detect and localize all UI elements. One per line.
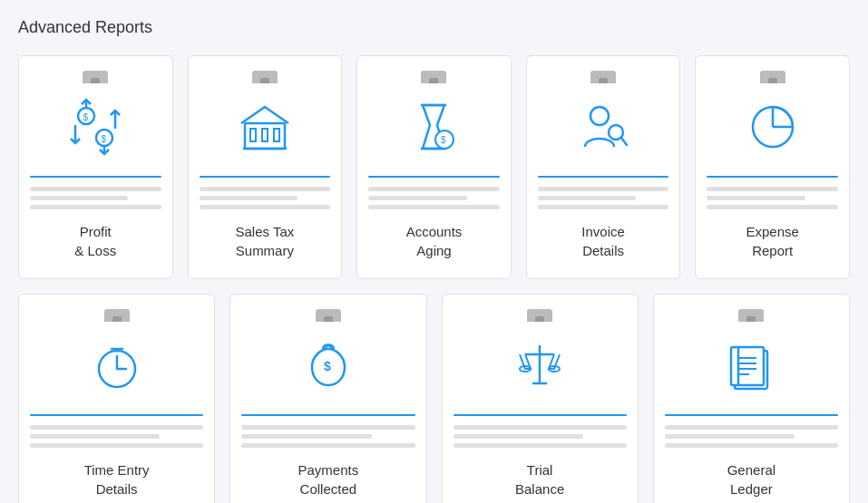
card-invoice-details[interactable]: Invoice Details <box>526 55 681 279</box>
general-ledger-icon <box>715 329 787 401</box>
clip-decoration <box>421 71 446 83</box>
profit-loss-icon: $ $ <box>59 91 132 163</box>
payments-icon: $ <box>292 329 365 401</box>
accounts-aging-icon: $ <box>397 91 470 163</box>
svg-text:$: $ <box>441 135 446 145</box>
sales-tax-icon <box>229 91 301 163</box>
card-general-ledger[interactable]: General Ledger <box>653 294 850 503</box>
divider <box>30 176 161 178</box>
content-lines <box>200 187 331 209</box>
divider <box>665 414 838 416</box>
clip-decoration <box>252 71 278 83</box>
clip-decoration <box>590 71 616 83</box>
svg-text:$: $ <box>102 134 107 144</box>
clip-decoration <box>738 309 764 322</box>
divider <box>454 414 627 416</box>
svg-point-17 <box>590 107 609 125</box>
card-accounts-aging[interactable]: $ Accounts Aging <box>356 55 512 279</box>
svg-rect-10 <box>262 129 268 141</box>
card-label-time-entry: Time Entry Details <box>84 460 150 498</box>
time-entry-icon <box>81 329 153 401</box>
divider <box>241 414 414 416</box>
clip-decoration <box>83 71 108 83</box>
card-sales-tax-summary[interactable]: Sales Tax Summary <box>188 55 343 279</box>
content-lines <box>30 187 161 209</box>
card-profit-loss[interactable]: $ $ <box>18 55 173 279</box>
expense-report-icon <box>736 91 809 163</box>
card-expense-report[interactable]: Expense Report <box>695 55 850 279</box>
cards-row-2: Time Entry Details $ Payme <box>18 294 850 503</box>
card-label-profit-loss: Profit & Loss <box>74 222 116 260</box>
svg-text:$: $ <box>324 359 331 373</box>
card-label-payments: Payments Collected <box>298 460 359 498</box>
content-lines <box>707 187 838 209</box>
card-label-trial-balance: Trial Balance <box>515 460 564 498</box>
svg-text:$: $ <box>83 112 89 122</box>
trial-balance-icon <box>503 329 576 401</box>
card-label-expense-report: Expense Report <box>746 222 799 260</box>
content-lines <box>368 187 500 209</box>
page-title: Advanced Reports <box>18 18 850 37</box>
divider <box>30 414 203 416</box>
svg-rect-9 <box>250 129 256 141</box>
content-lines <box>665 425 838 448</box>
content-lines <box>241 425 414 448</box>
card-label-invoice-details: Invoice Details <box>581 222 625 260</box>
card-label-general-ledger: General Ledger <box>727 460 775 498</box>
divider <box>538 176 669 178</box>
cards-row-1: $ $ <box>18 55 850 279</box>
divider <box>707 176 838 178</box>
clip-decoration <box>316 309 341 322</box>
invoice-details-icon <box>567 91 639 163</box>
clip-decoration <box>760 71 785 83</box>
svg-rect-35 <box>731 347 764 385</box>
card-label-accounts-aging: Accounts Aging <box>406 222 463 260</box>
content-lines <box>454 425 627 448</box>
card-payments-collected[interactable]: $ Payments Collected <box>229 294 426 503</box>
divider <box>368 176 500 178</box>
divider <box>200 176 331 178</box>
clip-decoration <box>527 309 552 322</box>
card-label-sales-tax: Sales Tax Summary <box>236 222 295 260</box>
content-lines <box>538 187 669 209</box>
clip-decoration <box>104 309 130 322</box>
content-lines <box>30 425 203 448</box>
card-trial-balance[interactable]: Trial Balance <box>442 294 639 503</box>
svg-rect-11 <box>274 129 279 141</box>
card-time-entry-details[interactable]: Time Entry Details <box>18 294 215 503</box>
svg-line-19 <box>621 138 627 145</box>
